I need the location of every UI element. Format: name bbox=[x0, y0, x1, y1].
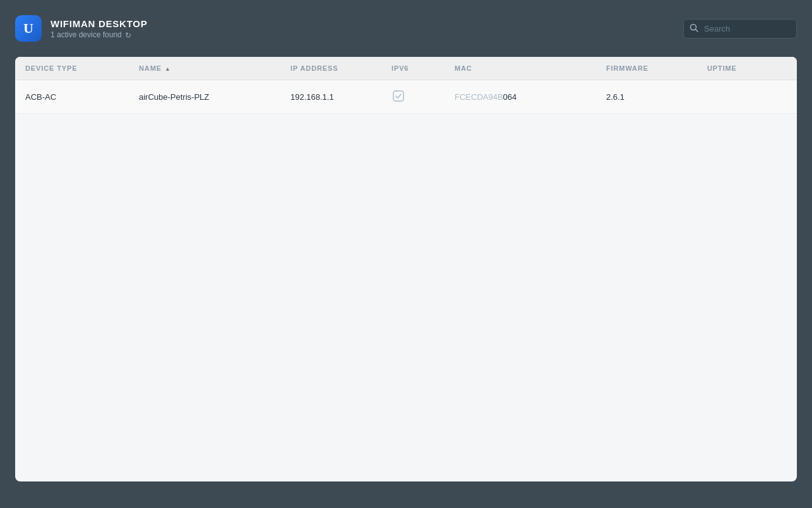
app-header: U WIFIMAN DESKTOP 1 active device found … bbox=[0, 0, 812, 57]
app-subtitle: 1 active device found ↻ bbox=[51, 30, 147, 39]
table-body: ACB-AC airCube-Petris-PLZ 192.168.1.1 bbox=[15, 80, 797, 114]
col-header-ip: IP ADDRESS bbox=[280, 57, 381, 80]
sort-arrow-name: ▴ bbox=[166, 66, 170, 72]
search-container bbox=[683, 19, 797, 39]
cell-name: airCube-Petris-PLZ bbox=[129, 80, 280, 114]
svg-rect-2 bbox=[393, 91, 403, 101]
header-left: U WIFIMAN DESKTOP 1 active device found … bbox=[15, 15, 147, 42]
cell-ip: 192.168.1.1 bbox=[280, 80, 381, 114]
ipv6-icon bbox=[391, 89, 405, 103]
col-header-uptime: UPTIME bbox=[697, 57, 797, 80]
col-header-mac: MAC bbox=[445, 57, 596, 80]
device-table: DEVICE TYPE NAME ▴ IP ADDRESS IPV6 MAC F… bbox=[15, 57, 797, 114]
app-logo: U bbox=[15, 15, 42, 42]
col-header-firmware: FIRMWARE bbox=[596, 57, 697, 80]
table-header: DEVICE TYPE NAME ▴ IP ADDRESS IPV6 MAC F… bbox=[15, 57, 797, 80]
col-header-ipv6: IPV6 bbox=[381, 57, 445, 80]
refresh-icon[interactable]: ↻ bbox=[125, 31, 133, 39]
col-header-name[interactable]: NAME ▴ bbox=[129, 57, 280, 80]
cell-device-type: ACB-AC bbox=[15, 80, 129, 114]
cell-mac: FCECDA94B064 bbox=[445, 80, 596, 114]
col-header-device-type: DEVICE TYPE bbox=[15, 57, 129, 80]
header-title-block: WIFIMAN DESKTOP 1 active device found ↻ bbox=[51, 18, 147, 39]
logo-letter: U bbox=[23, 21, 33, 35]
cell-ipv6 bbox=[381, 80, 445, 114]
cell-uptime bbox=[697, 80, 797, 114]
table-row[interactable]: ACB-AC airCube-Petris-PLZ 192.168.1.1 bbox=[15, 80, 797, 114]
cell-firmware: 2.6.1 bbox=[596, 80, 697, 114]
app-title: WIFIMAN DESKTOP bbox=[51, 18, 147, 29]
search-input[interactable] bbox=[683, 19, 797, 39]
main-content: DEVICE TYPE NAME ▴ IP ADDRESS IPV6 MAC F… bbox=[15, 57, 797, 481]
